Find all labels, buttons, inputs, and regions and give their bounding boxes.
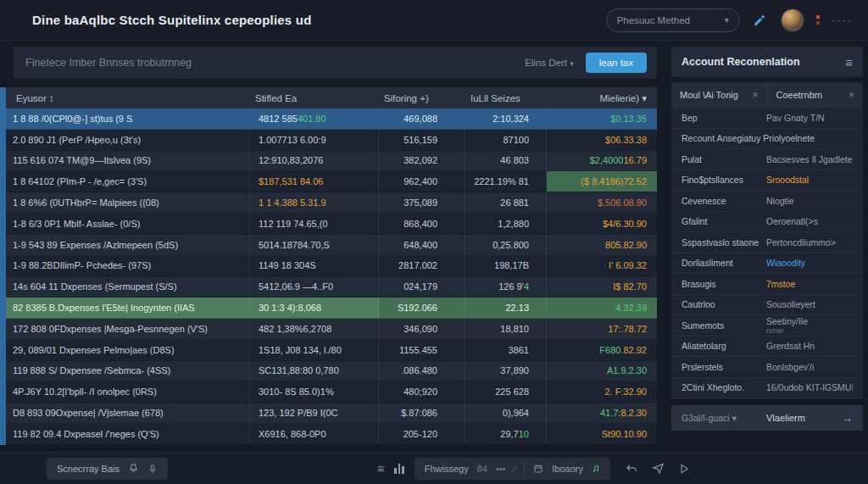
table-row[interactable]: 1-8 6/3 0P1 Mblf- Asslae- (0/S)112 119 7…: [6, 214, 657, 235]
panel-row-value-text: Sousolieyert: [766, 299, 815, 309]
column-header[interactable]: Siforing +): [379, 93, 465, 103]
table-row[interactable]: 1 8 88 /0(CPl0@-] st)tus (9 S4812 585 40…: [6, 108, 657, 130]
panel-row-label: 2Ctini Xhegloto.: [682, 382, 766, 392]
cell-text: 115 616 074 TM@9—Itslvea (9S): [13, 155, 151, 165]
table-cell: 024,179: [379, 276, 465, 297]
filter-dropdown[interactable]: Elins Dert ▾: [525, 58, 574, 68]
table-cell: A1.9.2.30: [547, 361, 657, 381]
panel-row[interactable]: Brasugis7mstoe: [671, 274, 863, 295]
arrow-right-icon[interactable]: →: [842, 412, 853, 425]
table-cell: 2. F:32.90: [547, 381, 657, 402]
table-row[interactable]: 172 808 0FDxpenses |Mesga-Pesnnegen (V'S…: [6, 319, 657, 340]
cell-text: 2.0 890 J1 (PerP /Hpeo,u (3t's): [13, 135, 141, 145]
pen-icon[interactable]: [752, 12, 769, 29]
list-icon[interactable]: ≡: [377, 462, 384, 476]
column-header[interactable]: Mielierie) ▾: [547, 92, 657, 104]
cell-text: ($ 8.4186)72.52: [581, 176, 647, 186]
cell-text: 0,25.800: [492, 240, 529, 250]
status-pill: Fhwissegy 84 ••• ∕ Iboaory: [415, 458, 610, 480]
bottom-icon-group: [626, 462, 690, 475]
panel-row[interactable]: SumemotsSeetiny/Ilenmw: [671, 315, 863, 337]
bar-chart-icon[interactable]: [394, 464, 404, 474]
panel-row[interactable]: CevenesceNiogtie: [671, 191, 863, 212]
hamburger-icon[interactable]: ≡: [845, 55, 853, 70]
method-select[interactable]: Phesuuc Methed ▾: [606, 8, 740, 32]
table-cell: 1S18, J08 134, l./80: [250, 340, 379, 360]
calendar-icon: [533, 464, 543, 474]
table-row[interactable]: 82 8385 B.Dxpenses I'E5te| Inogynten (II…: [6, 298, 657, 319]
column-header[interactable]: Eyusor ↕: [6, 93, 250, 103]
scenario-button[interactable]: Scnecrray Bais: [47, 458, 168, 480]
table-row[interactable]: D8 893 09Oxpense| /Vjslemae (678)123, 19…: [6, 403, 657, 424]
close-icon[interactable]: ×: [752, 89, 758, 101]
data-table: Eyusor ↕ Stifled Ea Siforing +) IuLll Se…: [0, 87, 657, 445]
table-row[interactable]: 29, 089/01 Dxpenses Pelmo|aes (D8S)1S18,…: [6, 340, 657, 361]
ellipsis-icon[interactable]: •••: [496, 464, 506, 474]
panel-row[interactable]: Fino$ptsllancesSrooodstal: [671, 170, 863, 192]
footer-dropdown[interactable]: G3al/I-guaci ▾: [682, 413, 766, 423]
panel-footer[interactable]: G3al/I-guaci ▾ Vlaelierm →: [671, 405, 863, 431]
bottom-tools: ≡ Fhwissegy 84 ••• ∕ Iboaory: [377, 458, 690, 480]
search-input[interactable]: [24, 56, 525, 70]
table-cell: 868,400: [379, 214, 465, 234]
table-row[interactable]: 14s 604 11 Dxpenses (Sermupest (S/S)5412…: [6, 276, 657, 298]
cell-text: 126 9': [498, 281, 524, 292]
table-row[interactable]: 1 8 64102 (PIm-P - /e,gec= (3'S)$187,531…: [6, 171, 657, 192]
undo-icon[interactable]: [626, 462, 638, 475]
panel-row[interactable]: AliatetolargGrerdsat Hn: [671, 337, 863, 358]
cell-text: X6916, 868-0P0: [259, 429, 326, 439]
calendar-label[interactable]: Iboaory: [552, 464, 583, 474]
cell-text: .82.92: [620, 345, 647, 355]
cell-text: 46 803: [500, 155, 529, 165]
table-toolbar: Elins Dert ▾ lean tax: [14, 47, 657, 79]
table-row[interactable]: 119 82 09.4 Dxpeasel /'neges (Q'S)X6916,…: [6, 424, 657, 445]
column-header[interactable]: IuLll Seizes: [465, 93, 547, 103]
cell-text: 29, 089/01 Dxpenses Pelmo|aes (D8S): [13, 345, 175, 355]
primary-action-button[interactable]: lean tax: [586, 53, 647, 73]
avatar[interactable]: [781, 8, 804, 32]
table-row[interactable]: 4P.J6Y 10.2[I'bpll- /I onolpec (0RS)3010…: [6, 381, 657, 403]
more-menu-icon[interactable]: ····: [832, 14, 853, 26]
table-row[interactable]: 115 616 074 TM@9—Itslvea (9S)12:910,83,2…: [6, 151, 657, 172]
close-icon[interactable]: ×: [849, 89, 854, 101]
tab-1[interactable]: Moul \Ai Tonig ×: [671, 82, 768, 108]
search-box[interactable]: [24, 56, 525, 70]
table-cell: 0),964: [465, 403, 547, 423]
table-row[interactable]: 1 8 6%6 (0UTHbrP= Malpiees ((08)1 1 4.38…: [6, 192, 657, 214]
table-cell: 5014.18784.70,S: [250, 235, 379, 255]
tab-label: Moul \Ai Tonig: [680, 90, 738, 100]
panel-row[interactable]: DorliaslimentWiaoodity: [671, 253, 863, 275]
table-cell: 29,710: [465, 424, 547, 444]
cell-text: 1-8 6/3 0P1 Mblf- Asslae- (0/S): [13, 219, 140, 229]
panel-row[interactable]: PrslerstelsBonlsbgev'/i: [671, 357, 863, 378]
table-row[interactable]: 1-9 88.2BDIlimP- Pchedes- (97S)1149 18 3…: [6, 256, 657, 277]
cell-text: 30 1:3 4):8,068: [259, 303, 321, 313]
table-cell: 22.13: [465, 298, 547, 318]
play-icon[interactable]: [678, 463, 690, 475]
table-cell: SC131,88:80 0,780: [250, 361, 379, 381]
panel-row[interactable]: BepPav Gnaty T/N: [671, 108, 863, 129]
table-row[interactable]: 1-9 543 89 Expenses /Azlmepeen (5dS)5014…: [6, 235, 657, 256]
cell-text: 1 8 6%6 (0UTHbrP= Malpiees ((08): [13, 197, 159, 208]
panel-row-label: Pulat: [682, 154, 766, 164]
table-row[interactable]: 2.0 890 J1 (PerP /Hpeo,u (3t's)1.007713 …: [6, 130, 657, 151]
tab-2[interactable]: Coeetrnbm ×: [768, 82, 864, 108]
panel-row[interactable]: 2Ctini Xhegloto.16/0udob KIT-IGSMUIIern: [671, 378, 863, 399]
send-icon[interactable]: [652, 462, 665, 475]
cell-text: 3010- 8S 85.0)1%: [259, 387, 334, 397]
panel-row[interactable]: CautrlooSousolieyert: [671, 295, 863, 316]
table-cell: 4812 585 401.80: [250, 108, 379, 129]
panel-row-value-text: 7mstoe: [766, 279, 795, 289]
table-row[interactable]: 119 888 S/ Dxpensee /Sebmca- (4SS)SC131,…: [6, 361, 657, 382]
panel-row-value: 7mstoe: [766, 279, 853, 289]
panel-row[interactable]: Recount Ansegiatuy Priolyoelnete: [671, 129, 863, 150]
column-header[interactable]: Stifled Ea: [250, 93, 379, 103]
panel-rows: BepPav Gnaty T/NRecount Ansegiatuy Priol…: [671, 108, 863, 398]
panel-row[interactable]: GfalintOeroenatl(>s: [671, 212, 863, 233]
cell-text: 516,159: [403, 135, 437, 145]
panel-row[interactable]: PulatBacsesves Il Jgadleter: [671, 149, 863, 170]
panel-row[interactable]: Sspastvaslo staonePertoncdilummo>: [671, 232, 863, 253]
panel-row-value: Niogtie: [766, 196, 853, 206]
panel-row-value: Sousolieyert: [766, 299, 853, 309]
slash-icon[interactable]: ∕: [514, 464, 515, 474]
